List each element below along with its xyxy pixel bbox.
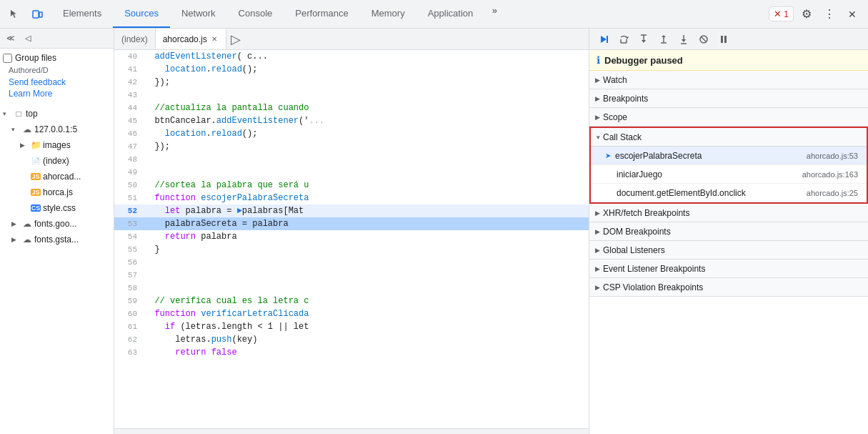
svg-marker-15 [682, 39, 686, 42]
more-options-button[interactable]: ⋮ [819, 4, 839, 24]
line-num-40: 40 [114, 50, 144, 63]
breakpoints-arrow-icon: ▶ [595, 95, 600, 102]
code-tabs: (index) ahorcado.js ✕ ▷ [114, 29, 589, 50]
js-icon-ahorcado: JS [31, 173, 41, 180]
code-line-44: 44 //actualiza la pantalla cuando [114, 102, 589, 114]
tree-item-fontsgsta[interactable]: ▶ ☁ fonts.gsta... [0, 232, 114, 247]
scope-arrow-icon: ▶ [595, 114, 600, 121]
code-line-55: 55 } [114, 243, 589, 256]
folder-icon-images: 📁 [31, 140, 41, 150]
call-stack-header[interactable]: ▾ Call Stack [591, 128, 867, 147]
line-content-46: location.reload(); [144, 127, 589, 140]
step-button[interactable] [675, 31, 692, 48]
code-editor[interactable]: 40 addEventListener( c... 41 location.re… [114, 50, 589, 428]
more-tabs-button[interactable]: » [484, 0, 504, 20]
deactivate-breakpoints-button[interactable] [695, 31, 712, 48]
group-files-label: Group files [15, 53, 56, 63]
back-button[interactable]: ◁ [20, 31, 36, 46]
top-toolbar: Elements Sources Network Console Perform… [0, 0, 868, 29]
code-editor-area: (index) ahorcado.js ✕ ▷ 40 addEventListe… [114, 29, 589, 434]
code-horizontal-scrollbar[interactable] [114, 428, 589, 434]
call-stack-entry-1[interactable]: iniciarJuego ahorcado.js:163 [591, 165, 867, 184]
call-stack-entry-2[interactable]: document.getElementById.onclick ahorcado… [591, 184, 867, 202]
tree-label-top: top [26, 109, 114, 119]
main-area: ≪ ◁ Group files Authored/D Send feedback… [0, 29, 868, 434]
tree-item-stylecss[interactable]: ▶ CS style.css [0, 200, 114, 216]
dom-breakpoints-label: DOM Breakpoints [603, 227, 671, 237]
error-badge[interactable]: ✕ 1 [769, 6, 794, 21]
global-arrow-icon: ▶ [595, 247, 600, 254]
authored-option: Authored/D [3, 66, 111, 74]
tree-arrow-fontsgoo: ▶ [11, 220, 20, 227]
tab-elements[interactable]: Elements [51, 0, 113, 28]
tab-sources[interactable]: Sources [113, 0, 170, 28]
svg-marker-12 [662, 35, 666, 37]
event-arrow-icon: ▶ [595, 265, 600, 272]
watch-label: Watch [603, 75, 627, 85]
line-content-63: return false [144, 346, 589, 359]
code-line-48: 48 [114, 153, 589, 166]
step-into-button[interactable] [635, 31, 652, 48]
resume-button[interactable] [595, 31, 612, 48]
line-num-53: 53 [114, 217, 144, 230]
scope-section-header[interactable]: ▶ Scope [589, 108, 868, 127]
call-stack-entries: ➤ escojerPalabraSecreta ahorcado.js:53 i… [591, 147, 867, 202]
tree-label-fontsgoo: fonts.goo... [34, 219, 114, 229]
watch-section-header[interactable]: ▶ Watch [589, 71, 868, 89]
call-stack-loc-0: ahorcado.js:53 [807, 152, 858, 160]
csp-violation-section-header[interactable]: ▶ CSP Violation Breakpoints [589, 278, 868, 297]
tree-item-horcajs[interactable]: ▶ JS horca.js [0, 184, 114, 200]
info-icon: ℹ [597, 54, 600, 66]
csp-arrow-icon: ▶ [595, 284, 600, 291]
code-line-50: 50 //sortea la palabra que será u [114, 179, 589, 192]
event-listener-section-header[interactable]: ▶ Event Listener Breakpoints [589, 260, 868, 278]
global-listeners-section-header[interactable]: ▶ Global Listeners [589, 241, 868, 260]
device-icon[interactable] [27, 4, 47, 24]
watch-arrow-icon: ▶ [595, 77, 600, 84]
code-tab-more-button[interactable]: ▷ [226, 31, 245, 47]
code-line-52: 52 let palabra = ►palabras[Mat [114, 204, 589, 217]
xhr-fetch-section-header[interactable]: ▶ XHR/fetch Breakpoints [589, 204, 868, 222]
cursor-icon[interactable] [4, 4, 24, 24]
breakpoints-label: Breakpoints [603, 94, 648, 104]
code-tab-index[interactable]: (index) [114, 29, 156, 49]
html-icon-index: 📄 [31, 157, 41, 165]
call-stack-name-0: escojerPalabraSecreta [615, 151, 807, 161]
main-nav-tabs: Elements Sources Network Console Perform… [51, 0, 763, 28]
tree-item-index[interactable]: ▶ 📄 (index) [0, 153, 114, 169]
pause-on-exceptions-button[interactable] [715, 31, 732, 48]
tree-item-ahorcado[interactable]: ▶ JS ahorcad... [0, 169, 114, 184]
event-listener-label: Event Listener Breakpoints [603, 264, 705, 274]
js-icon-horcajs: JS [31, 189, 41, 196]
breakpoints-section-header[interactable]: ▶ Breakpoints [589, 89, 868, 108]
line-num-59: 59 [114, 295, 144, 307]
tree-label-ahorcado: ahorcad... [43, 172, 114, 182]
call-stack-active-arrow-icon: ➤ [605, 152, 611, 159]
tree-item-fontsgoo[interactable]: ▶ ☁ fonts.goo... [0, 216, 114, 232]
tab-network[interactable]: Network [170, 0, 227, 28]
collapse-panel-button[interactable]: ≪ [3, 31, 19, 46]
learn-more-link[interactable]: Learn More [3, 89, 111, 99]
dom-breakpoints-section-header[interactable]: ▶ DOM Breakpoints [589, 222, 868, 241]
line-num-60: 60 [114, 307, 144, 320]
tab-application[interactable]: Application [416, 0, 485, 28]
tree-item-top[interactable]: ▾ □ top [0, 106, 114, 122]
call-stack-entry-0[interactable]: ➤ escojerPalabraSecreta ahorcado.js:53 [591, 147, 867, 165]
group-files-checkbox[interactable] [3, 54, 12, 63]
settings-button[interactable]: ⚙ [797, 4, 817, 24]
code-tab-close-button[interactable]: ✕ [210, 34, 219, 44]
code-line-42: 42 }); [114, 76, 589, 89]
code-tab-ahorcado[interactable]: ahorcado.js ✕ [156, 29, 226, 49]
step-over-button[interactable] [615, 31, 632, 48]
code-line-61: 61 if (letras.length < 1 || let [114, 320, 589, 333]
step-out-button[interactable] [655, 31, 672, 48]
tree-item-localhost[interactable]: ▾ ☁ 127.0.0.1:5 [0, 122, 114, 137]
send-feedback-link[interactable]: Send feedback [3, 77, 111, 87]
tab-memory[interactable]: Memory [360, 0, 416, 28]
tree-item-images[interactable]: ▶ 📁 images [0, 137, 114, 153]
group-files-header: Group files [3, 53, 111, 63]
tree-label-stylecss: style.css [43, 203, 114, 213]
tab-console[interactable]: Console [227, 0, 284, 28]
tab-performance[interactable]: Performance [284, 0, 359, 28]
close-devtools-button[interactable]: ✕ [842, 4, 862, 24]
